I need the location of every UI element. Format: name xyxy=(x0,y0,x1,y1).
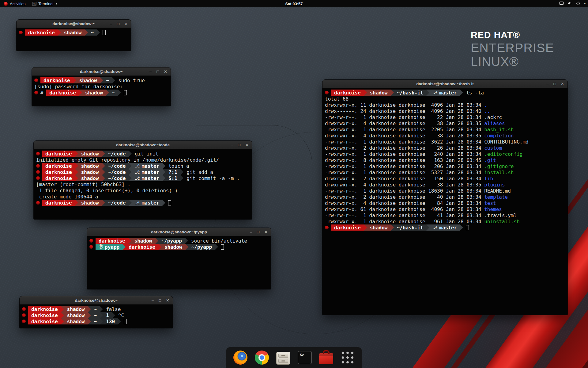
terminal-line: drwxrwxr-x. 11 darknoise darknoise 4096 … xyxy=(325,102,565,108)
prompt-segment: darknoise xyxy=(42,175,75,181)
terminal-window-code[interactable]: darknoise@shadow:~/code – □ ✕ darknoises… xyxy=(34,141,252,219)
terminal-cursor xyxy=(124,319,127,324)
prompt-segment: ~/bash-it xyxy=(394,90,427,96)
minimize-button[interactable]: – xyxy=(231,143,233,147)
prompt-segment: ⎇master xyxy=(132,200,162,206)
window-titlebar[interactable]: darknoise@shadow:~ – □ ✕ xyxy=(17,20,131,28)
terminal-text: plugins xyxy=(484,182,505,188)
terminal-content[interactable]: darknoiseshadow~/bash-it⎇masterls -latot… xyxy=(322,88,567,232)
minimize-button[interactable]: – xyxy=(110,22,112,26)
terminal-window-home-1[interactable]: darknoise@shadow:~ – □ ✕ darknoiseshadow… xyxy=(17,20,131,51)
terminal-content[interactable]: darknoiseshadow~sudo true[sudo] password… xyxy=(32,76,171,97)
terminal-line: create mode 100644 a xyxy=(36,194,250,200)
terminal-line: -rwxrwxr-x. 1 darknoise darknoise 961 Ja… xyxy=(325,218,565,224)
activities-button[interactable]: Activities xyxy=(0,0,29,7)
terminal-text: .ackrc xyxy=(484,114,502,120)
powerline-arrow xyxy=(123,244,126,250)
terminal-window-bash-it[interactable]: darknoise@shadow:~/bash-it – □ ✕ darknoi… xyxy=(322,80,567,315)
terminal-line: drwxrwxr-x. 4 darknoise darknoise 38 Jan… xyxy=(325,132,565,139)
terminal-line: darknoiseshadow~false xyxy=(22,306,170,312)
window-titlebar[interactable]: darknoise@shadow:~ – □ ✕ xyxy=(20,296,173,305)
powerline-arrow xyxy=(88,318,91,324)
terminal-window-sudo[interactable]: darknoise@shadow:~ – □ ✕ darknoiseshadow… xyxy=(32,67,171,106)
top-bar: Activities >_ Terminal ▼ Sat 03:57 ▾ xyxy=(0,0,588,7)
prompt-segment: ~ xyxy=(91,318,100,324)
window-titlebar[interactable]: darknoise@shadow:~ – □ ✕ xyxy=(32,67,171,76)
terminal-text: themes xyxy=(484,206,502,212)
minimize-button[interactable]: – xyxy=(152,298,154,302)
show-applications-icon[interactable] xyxy=(341,351,355,365)
terminal-content[interactable]: darknoiseshadow~ xyxy=(17,28,131,37)
git-branch-icon: ⎇ xyxy=(432,90,437,95)
terminal-content[interactable]: darknoiseshadow~/codegit initInitialized… xyxy=(34,149,252,207)
powerline-arrow xyxy=(158,244,161,250)
window-titlebar[interactable]: darknoise@shadow:~/bash-it – □ ✕ xyxy=(322,80,567,88)
terminal-content[interactable]: darknoiseshadow~/pyappsource bin/activat… xyxy=(87,236,271,251)
powerline-arrow xyxy=(426,90,429,96)
maximize-button[interactable]: □ xyxy=(257,230,259,234)
powerline-arrow xyxy=(88,312,91,318)
terminal-content[interactable]: darknoiseshadow~falsedarknoiseshadow~1^C… xyxy=(20,305,173,326)
window-title: darknoise@shadow:~/bash-it xyxy=(416,82,474,86)
terminal-icon-glyph: $> xyxy=(300,353,304,357)
close-button[interactable]: ✕ xyxy=(166,298,169,302)
prompt-redhat-icon xyxy=(325,91,329,94)
terminal-line: [sudo] password for darknoise: xyxy=(34,83,168,90)
terminal-window-home-2[interactable]: darknoise@shadow:~ – □ ✕ darknoiseshadow… xyxy=(20,296,173,328)
drawer-top xyxy=(278,354,288,358)
terminal-icon[interactable]: $> xyxy=(298,351,312,364)
window-titlebar[interactable]: darknoise@shadow:~/code – □ ✕ xyxy=(34,141,252,149)
powerline-arrow xyxy=(118,318,121,324)
prompt-segment: shadow xyxy=(64,312,88,318)
prompt-segment: ~ xyxy=(88,29,97,36)
window-titlebar[interactable]: darknoise@shadow:~/pyapp – □ ✕ xyxy=(87,228,271,236)
terminal-text: touch a xyxy=(168,163,189,169)
terminal-text: .gitignore xyxy=(484,163,514,169)
terminal-text: drwxrwxr-x. 8 darknoise darknoise 163 Ja… xyxy=(325,157,484,163)
minimize-button[interactable]: – xyxy=(546,82,548,86)
minimize-button[interactable]: – xyxy=(149,70,152,74)
terminal-line: darknoiseshadow~/code⎇masterS:1git commi… xyxy=(36,175,250,181)
close-button[interactable]: ✕ xyxy=(245,143,249,147)
terminal-line: drwxrwxr-x. 2 darknoise darknoise 26 Jan… xyxy=(325,145,565,151)
close-button[interactable]: ✕ xyxy=(561,82,564,86)
terminal-window-pyapp[interactable]: darknoise@shadow:~/pyapp – □ ✕ darknoise… xyxy=(87,228,271,289)
prompt-segment: darknoise xyxy=(42,163,75,169)
terminal-line: darknoiseshadow~sudo true xyxy=(34,77,168,83)
maximize-button[interactable]: □ xyxy=(159,298,161,302)
prompt-segment: ⎇master xyxy=(429,90,460,96)
powerline-arrow xyxy=(100,77,103,83)
powerline-arrow xyxy=(118,90,121,96)
app-menu-terminal[interactable]: >_ Terminal ▼ xyxy=(29,0,61,7)
window-title: darknoise@shadow:~ xyxy=(52,21,95,26)
terminal-text: drwx------. 24 darknoise darknoise 4096 … xyxy=(325,108,484,114)
firefox-icon[interactable] xyxy=(233,351,247,365)
terminal-text: CONTRIBUTING.md xyxy=(484,139,529,145)
clock[interactable]: Sat 03:57 xyxy=(285,2,303,6)
chrome-icon-core xyxy=(260,355,264,360)
maximize-button[interactable]: □ xyxy=(553,82,556,86)
chrome-icon[interactable] xyxy=(255,351,269,365)
maximize-button[interactable]: □ xyxy=(156,70,159,74)
terminal-line: darknoiseshadow~/bash-it⎇masterls -la xyxy=(325,90,565,96)
terminal-line: darknoiseshadow~/code⎇mastertouch a xyxy=(36,163,250,169)
powerline-arrow xyxy=(106,90,109,96)
close-button[interactable]: ✕ xyxy=(264,230,268,234)
close-button[interactable]: ✕ xyxy=(124,22,128,26)
prompt-redhat-icon xyxy=(36,152,40,155)
maximize-button[interactable]: □ xyxy=(117,22,119,26)
system-status-area[interactable]: ▾ xyxy=(559,1,586,6)
minimize-button[interactable]: – xyxy=(250,230,252,234)
close-button[interactable]: ✕ xyxy=(164,70,167,74)
terminal-text: ^C xyxy=(118,312,124,318)
terminal-line: total 68 xyxy=(325,96,565,102)
toolbox-icon[interactable] xyxy=(319,353,333,364)
archive-manager-icon[interactable] xyxy=(276,352,290,365)
prompt-segment: 130 xyxy=(103,318,118,324)
drawer-bottom xyxy=(278,359,288,363)
terminal-cursor xyxy=(103,30,106,35)
terminal-line: drwx------. 24 darknoise darknoise 4096 … xyxy=(325,108,565,114)
maximize-button[interactable]: □ xyxy=(238,143,240,147)
terminal-text: git commit -a -m . xyxy=(187,175,239,181)
rhel-logo-enterprise: ENTERPRISE xyxy=(471,41,554,55)
